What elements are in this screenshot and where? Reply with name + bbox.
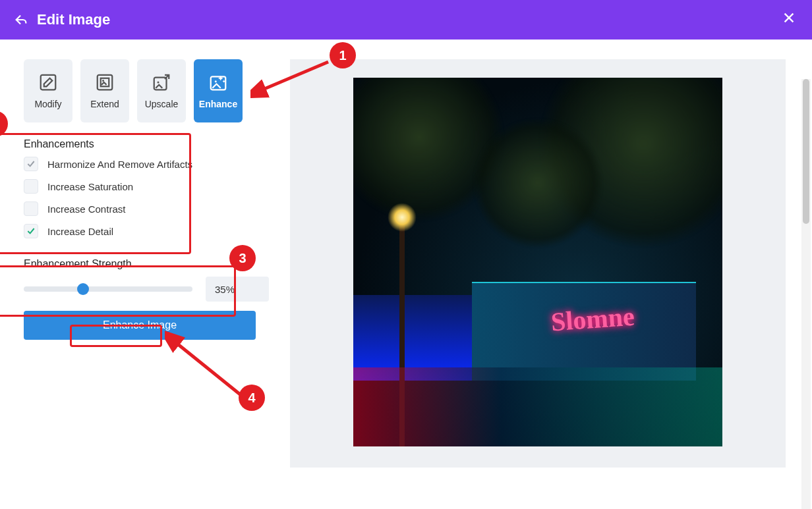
svg-point-7	[215, 80, 217, 82]
vertical-scrollbar[interactable]	[801, 79, 811, 509]
tab-enhance[interactable]: Enhance	[194, 59, 243, 122]
tab-upscale[interactable]: Upscale	[137, 59, 186, 122]
tab-label: Enhance	[199, 99, 237, 109]
tab-extend[interactable]: Extend	[80, 59, 129, 122]
checkbox[interactable]	[24, 224, 38, 238]
strength-slider[interactable]	[24, 286, 192, 292]
controls-sidebar: Modify Extend Upscale	[0, 40, 290, 494]
checkbox[interactable]	[24, 179, 38, 194]
check-harmonize: Harmonize And Remove Artifacts	[24, 157, 269, 171]
annotation-badge-4: 4	[239, 385, 265, 411]
section-title: Enhancement Strength	[24, 258, 269, 270]
preview-sign-text: Slomne	[550, 301, 636, 338]
slider-thumb[interactable]	[77, 283, 89, 295]
tab-label: Upscale	[145, 99, 179, 109]
strength-section: Enhancement Strength 35%	[24, 258, 269, 302]
check-label: Increase Saturation	[47, 181, 133, 192]
section-title: Enhancements	[24, 138, 269, 150]
annotation-arrow-4	[165, 331, 257, 410]
preview-panel: Slomne	[290, 40, 812, 494]
svg-rect-0	[41, 75, 56, 90]
enhance-image-button[interactable]: Enhance Image	[24, 311, 256, 340]
tab-label: Extend	[90, 99, 119, 109]
svg-line-8	[174, 341, 243, 396]
svg-point-3	[102, 80, 104, 82]
check-contrast: Increase Contrast	[24, 201, 269, 216]
annotation-badge-2: 2	[0, 111, 8, 137]
preview-image: Slomne	[353, 78, 722, 446]
app-header: Edit Image	[0, 0, 812, 40]
enhancements-section: Enhancements Harmonize And Remove Artifa…	[24, 138, 269, 244]
scrollbar-thumb[interactable]	[803, 79, 809, 224]
checkbox[interactable]	[24, 157, 38, 171]
svg-point-5	[158, 82, 160, 84]
mode-tabs: Modify Extend Upscale	[24, 59, 269, 122]
tab-modify[interactable]: Modify	[24, 59, 72, 122]
page-title: Edit Image	[37, 11, 110, 28]
check-label: Increase Detail	[47, 226, 113, 237]
strength-value[interactable]: 35%	[206, 277, 269, 302]
preview-box: Slomne	[290, 59, 786, 468]
check-detail: Increase Detail	[24, 224, 269, 238]
check-label: Harmonize And Remove Artifacts	[47, 159, 192, 170]
check-label: Increase Contrast	[47, 203, 125, 215]
close-icon[interactable]	[782, 11, 796, 28]
back-icon[interactable]	[13, 12, 29, 28]
checkbox[interactable]	[24, 201, 38, 216]
tab-label: Modify	[34, 99, 61, 109]
check-saturation: Increase Saturation	[24, 179, 269, 194]
